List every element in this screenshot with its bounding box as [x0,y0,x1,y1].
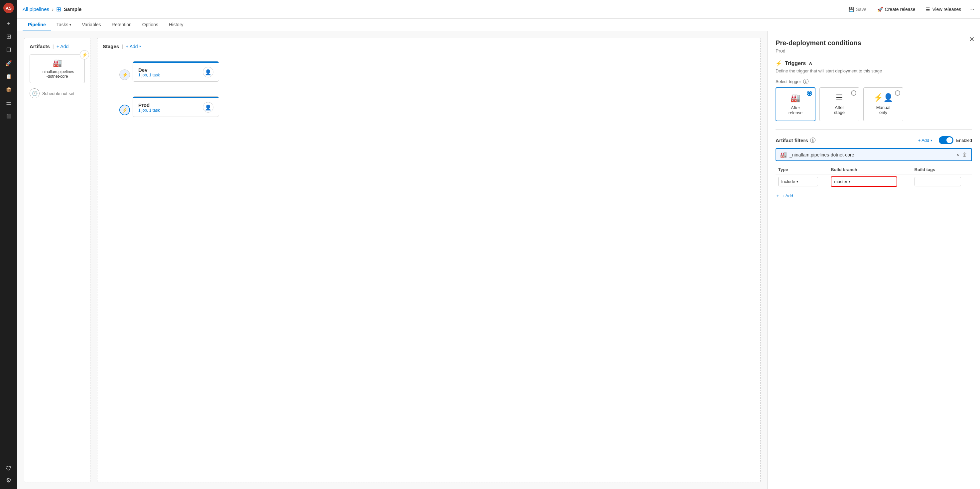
after-stage-label: Afterstage [834,105,845,115]
security-icon[interactable]: 🛡 [3,462,14,475]
more-options-button[interactable]: ··· [969,5,975,13]
artifacts-panel: Artifacts | + Add ⚡ 🏭 _ninallam.pipeline… [24,38,91,483]
manual-only-icon: ⚡👤 [873,93,893,102]
artifact-icon: 🏭 [53,59,62,67]
create-release-label: Create release [885,6,915,12]
type-column-header: Type [776,165,828,175]
artifact-name: _ninallam.pipelines-dotnet-core [40,70,74,79]
artifact-box[interactable]: ⚡ 🏭 _ninallam.pipelines-dotnet-core [30,54,85,83]
filter-tags-input[interactable] [915,177,961,186]
artifacts-header: Artifacts | + Add [30,43,85,49]
main-area: All pipelines › ⊞ Sample 💾 Save 🚀 Create… [17,0,980,489]
trigger-manual-only[interactable]: ⚡👤 Manualonly [863,87,903,121]
prod-stage-row: ⚡ Prod 1 job, 1 task [103,96,755,124]
add-row-button[interactable]: ＋ + Add [776,193,972,198]
save-icon: 💾 [848,6,854,12]
dev-stage-box[interactable]: Dev 1 job, 1 task 👤 [133,61,219,82]
prod-connector [103,110,119,110]
artifact-filters-toggle[interactable] [939,136,953,144]
panel-title: Pre-deployment conditions [776,39,972,47]
filter-type-cell: Include ▾ [776,175,828,189]
sidebar: AS ＋ ⊞ ❐ 🚀 📋 📦 ☰ ⬛ 🛡 ⚙ [0,0,17,489]
dev-approvals-icon[interactable]: 👤 [203,67,213,78]
artifact-lightning-button[interactable]: ⚡ [80,50,89,59]
pipeline-icon: ⊞ [56,6,61,13]
artifact-filter-dropdown[interactable]: 🏭 _ninallam.pipelines-dotnet-core ∧ 🗑 [776,148,972,161]
artifact-dropdown-delete-button[interactable]: 🗑 [962,152,967,158]
add-filter-button[interactable]: + Add ▾ [918,138,932,143]
settings-icon[interactable]: ⚙ [3,475,14,486]
prod-stage-box[interactable]: Prod 1 job, 1 task 👤 [133,96,219,117]
topbar: All pipelines › ⊞ Sample 💾 Save 🚀 Create… [17,0,980,19]
create-release-icon: 🚀 [877,6,883,12]
plus-icon[interactable]: ＋ [3,17,14,29]
prod-pre-conditions-icon[interactable]: ⚡ [119,105,130,115]
triggers-description: Define the trigger that will start deplo… [776,68,972,73]
deploy-icon[interactable]: ⬛ [3,110,14,122]
pipelines-icon[interactable]: 🚀 [3,57,14,69]
pipeline-title: Sample [64,6,81,12]
right-panel-content: Pre-deployment conditions Prod ⚡ Trigger… [768,31,980,206]
select-trigger-label: Select trigger ℹ [776,79,972,84]
add-row-icon: ＋ [776,193,780,198]
tab-options[interactable]: Options [137,19,164,31]
dev-stage-tasks: 1 job, 1 task [138,73,199,78]
repos-icon[interactable]: ❐ [3,44,14,56]
tab-history[interactable]: History [164,19,189,31]
dev-stage-details: Dev 1 job, 1 task [138,67,199,78]
overview-icon[interactable]: ☰ [3,97,14,109]
pipeline-canvas[interactable]: Artifacts | + Add ⚡ 🏭 _ninallam.pipeline… [17,31,767,489]
stages-area: ⚡ Dev 1 job, 1 task [103,54,755,130]
artifact-dropdown-name: _ninallam.pipelines-dotnet-core [789,152,954,157]
filter-tags-cell [912,175,972,189]
artifacts-add-button[interactable]: + Add [57,44,68,49]
filter-table-body: Include ▾ master ▾ [776,175,972,189]
artifact-filters-header: Artifact filters ℹ + Add ▾ Enabled [776,136,972,144]
right-panel: ✕ Pre-deployment conditions Prod ⚡ Trigg… [767,31,980,489]
boards-icon[interactable]: ⊞ [3,30,14,43]
stages-add-chevron: ▾ [139,44,141,48]
breadcrumb: All pipelines › ⊞ Sample [22,6,81,13]
view-releases-button[interactable]: ☰ View releases [923,5,964,13]
body-area: Artifacts | + Add ⚡ 🏭 _ninallam.pipeline… [17,31,980,489]
select-trigger-info-icon[interactable]: ℹ [803,79,808,84]
filter-type-select[interactable]: Include ▾ [778,177,818,186]
type-select-chevron: ▾ [797,180,798,183]
prod-stage-tasks: 1 job, 1 task [138,108,199,113]
topbar-actions: 💾 Save 🚀 Create release ☰ View releases … [846,5,975,13]
artifact-filters-info-icon[interactable]: ℹ [810,138,815,143]
close-panel-button[interactable]: ✕ [969,35,975,43]
prod-stage-body: Prod 1 job, 1 task 👤 [133,98,219,117]
filter-branch-select[interactable]: master ▾ [831,176,897,187]
tab-retention[interactable]: Retention [107,19,137,31]
prod-approvals-icon[interactable]: 👤 [203,102,213,113]
schedule-box[interactable]: 🕐 Schedule not set [30,88,85,98]
after-release-icon: 🏭 [791,93,800,103]
build-branch-column-header: Build branch [828,165,912,175]
view-releases-icon: ☰ [926,6,930,12]
tab-tasks[interactable]: Tasks ▾ [51,19,77,31]
artifacts-icon[interactable]: 📦 [3,84,14,96]
triggers-section-header[interactable]: ⚡ Triggers ∧ [776,60,972,67]
all-pipelines-link[interactable]: All pipelines [22,6,49,12]
triggers-icon: ⚡ [776,60,782,67]
stages-header: Stages | + Add ▾ [103,43,755,49]
save-button[interactable]: 💾 Save [846,5,869,13]
testplans-icon[interactable]: 📋 [3,70,14,83]
avatar[interactable]: AS [3,3,14,13]
artifact-dropdown-chevron: ∧ [956,152,959,157]
create-release-button[interactable]: 🚀 Create release [875,5,918,13]
tab-pipeline[interactable]: Pipeline [22,19,51,31]
pipeline-layout: Artifacts | + Add ⚡ 🏭 _ninallam.pipeline… [24,38,760,483]
stages-add-button[interactable]: + Add ▾ [126,44,141,49]
manual-only-radio [895,90,900,96]
dev-stage-row: ⚡ Dev 1 job, 1 task [103,61,755,88]
dev-pre-conditions-icon[interactable]: ⚡ [119,70,130,80]
tab-variables[interactable]: Variables [76,19,106,31]
schedule-icon: 🕐 [30,88,40,98]
filter-branch-cell: master ▾ [828,175,912,189]
trigger-after-release[interactable]: 🏭 Afterrelease [776,87,815,121]
trigger-after-stage[interactable]: ☰ Afterstage [819,87,859,121]
after-release-radio [807,91,812,96]
tasks-arrow-icon: ▾ [70,23,71,27]
